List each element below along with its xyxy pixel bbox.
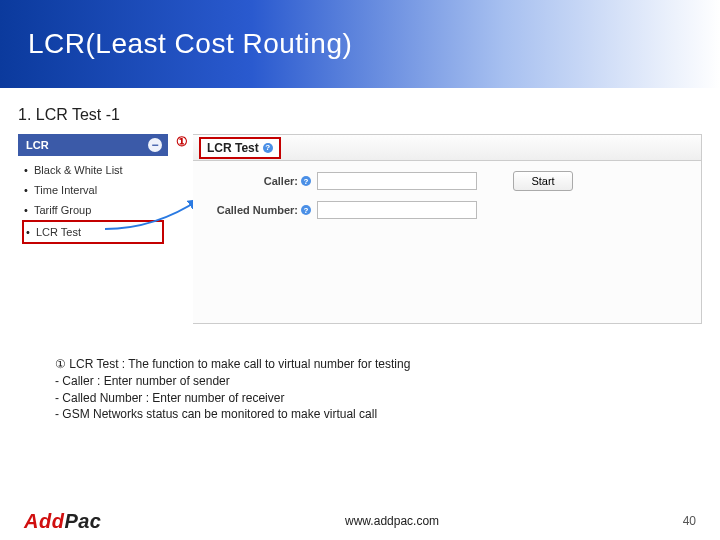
desc-line-1: ① LCR Test : The function to make call t…: [55, 356, 665, 373]
page-title: LCR(Least Cost Routing): [28, 28, 352, 60]
lcr-sidebar: LCR − Black & White List Time Interval T…: [18, 134, 168, 252]
panel-title-chip: LCR Test ?: [199, 137, 281, 159]
section-heading: 1. LCR Test -1: [18, 106, 720, 124]
brand-part-b: Pac: [64, 510, 101, 532]
help-icon[interactable]: ?: [301, 176, 311, 186]
panel-header: LCR Test ?: [193, 135, 701, 161]
help-icon[interactable]: ?: [263, 143, 273, 153]
caller-label: Caller: ?: [211, 175, 311, 187]
sidebar-header[interactable]: LCR −: [18, 134, 168, 156]
screenshot-area: LCR − Black & White List Time Interval T…: [18, 134, 702, 324]
start-button[interactable]: Start: [513, 171, 573, 191]
called-number-input[interactable]: [317, 201, 477, 219]
page-number: 40: [683, 514, 696, 528]
panel-title: LCR Test: [207, 141, 259, 155]
desc-line-2: - Caller : Enter number of sender: [55, 373, 665, 390]
sidebar-title: LCR: [26, 139, 49, 151]
called-label: Called Number: ?: [211, 204, 311, 216]
caller-input[interactable]: [317, 172, 477, 190]
callout-number-1: ①: [176, 134, 188, 149]
brand-part-a: Add: [24, 510, 64, 532]
main-panel: LCR Test ? Caller: ? Start Called Number…: [193, 134, 702, 324]
collapse-icon[interactable]: −: [148, 138, 162, 152]
desc-line-4: - GSM Networks status can be monitored t…: [55, 406, 665, 423]
form-row-caller: Caller: ? Start: [193, 161, 701, 191]
description-block: ① LCR Test : The function to make call t…: [55, 356, 665, 423]
help-icon[interactable]: ?: [301, 205, 311, 215]
footer-url: www.addpac.com: [345, 514, 439, 528]
desc-line-3: - Called Number : Enter number of receiv…: [55, 390, 665, 407]
sidebar-item-bwlist[interactable]: Black & White List: [22, 160, 164, 180]
title-bar: LCR(Least Cost Routing): [0, 0, 720, 88]
footer: AddPac www.addpac.com 40: [0, 502, 720, 540]
brand-logo: AddPac: [24, 510, 101, 533]
form-row-called: Called Number: ?: [193, 191, 701, 219]
